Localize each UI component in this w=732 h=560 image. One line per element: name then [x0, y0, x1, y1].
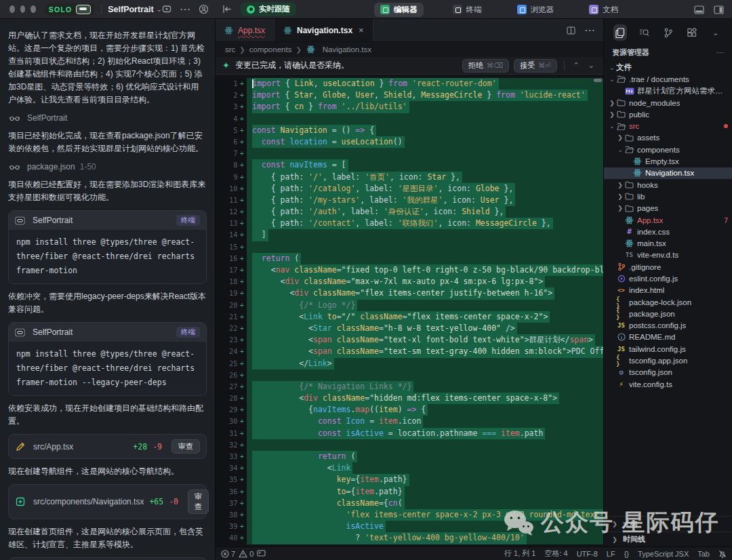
chevron-down-icon[interactable]: ⌄ — [608, 123, 616, 129]
tree-item-Empty.tsx[interactable]: Empty.tsx — [604, 155, 732, 167]
layout-bottom-panel-icon[interactable] — [694, 5, 704, 14]
outline-section[interactable]: ❯ 大纲 — [604, 517, 732, 532]
workspace-tab-文档[interactable]: 文档 — [583, 3, 624, 17]
tree-item-src[interactable]: ⌄src — [604, 120, 732, 132]
files-icon[interactable] — [613, 24, 627, 41]
chevron-right-icon[interactable]: ❯ — [616, 193, 624, 200]
tree-item-Navigation.tsx[interactable]: Navigation.tsx — [604, 167, 732, 179]
file-change-card[interactable]: src/components/Navigation.tsx+65-0审查 — [8, 484, 207, 519]
workspace-tab-浏览器[interactable]: 浏览器 — [511, 3, 561, 17]
tree-item-components[interactable]: ⌄components — [604, 144, 732, 155]
next-change-icon[interactable]: ⌄ — [586, 61, 596, 70]
code-area[interactable]: 1+import { Link, useLocation } from 'rea… — [216, 75, 603, 546]
tree-item-.gitignore[interactable]: .gitignore — [604, 261, 732, 273]
breadcrumb-item[interactable]: components — [249, 45, 292, 54]
tree-item-index.html[interactable]: <>index.html — [604, 285, 732, 296]
tree-item-postcss.config.js[interactable]: JSpostcss.config.js — [604, 320, 732, 332]
more-icon[interactable]: ⋯ — [584, 24, 595, 37]
tree-item-vite.config.ts[interactable]: ⚡vite.config.ts — [604, 378, 732, 390]
warnings-indicator[interactable]: 0 — [239, 550, 253, 558]
chevron-down-icon[interactable]: ⌄ — [616, 146, 624, 153]
chevron-right-icon[interactable]: ❯ — [608, 100, 616, 106]
window-close-button[interactable] — [9, 5, 15, 13]
source-control-icon[interactable] — [661, 24, 674, 41]
file-path: src/App.tsx — [33, 442, 73, 452]
eol-type[interactable]: LF — [607, 550, 615, 558]
tree-item-tailwind.config.js[interactable]: JStailwind.config.js — [604, 343, 732, 355]
solo-mode-toggle[interactable]: SOLO — [45, 3, 94, 16]
tree-item-assets[interactable]: ❯assets — [604, 132, 732, 144]
accept-button[interactable]: 接受⌘⏎ — [514, 59, 556, 73]
chevron-down-icon[interactable]: ⌄ — [709, 24, 723, 41]
tree-item-文件[interactable]: ⌄文件 — [604, 62, 732, 73]
chevron-right-icon[interactable]: ❯ — [608, 111, 616, 118]
indent-mode[interactable]: Tab — [697, 550, 710, 558]
tree-item-vite-env.d.ts[interactable]: TSvite-env.d.ts — [604, 249, 732, 261]
terminal-command[interactable]: npm install three @types/three @react-th… — [9, 230, 206, 283]
tree-item-lib[interactable]: ❯lib — [604, 191, 732, 202]
search-icon[interactable] — [637, 24, 651, 41]
cursor-position[interactable]: 行 1, 列 1 — [504, 548, 535, 559]
chevron-down-icon[interactable]: ⌄ — [608, 76, 616, 83]
window-minimize-button[interactable] — [20, 5, 26, 13]
realtime-follow-badge[interactable]: 实时跟随 — [241, 2, 296, 16]
tree-item-README.md[interactable]: README.md — [604, 332, 732, 343]
review-button[interactable]: 审查 — [171, 439, 200, 454]
tree-item-index.css[interactable]: #index.css — [604, 226, 732, 237]
diff-added-marker: + — [240, 534, 244, 542]
file-change-card[interactable]: src/App.tsx+28-9审查 — [8, 434, 207, 459]
scrollbar-thumb[interactable] — [594, 79, 602, 82]
layout-right-panel-icon[interactable] — [714, 5, 724, 14]
review-button[interactable]: 审查 — [188, 489, 209, 514]
breadcrumb-item[interactable]: src — [225, 45, 235, 54]
close-icon[interactable]: × — [359, 25, 364, 35]
window-zoom-button[interactable] — [30, 5, 36, 13]
diff-added-marker: + — [240, 452, 244, 460]
tree-item-群星计划官方网站需求文档.md[interactable]: 群星计划官方网站需求文档.md — [604, 85, 732, 97]
chevron-down-icon[interactable]: ⌄ — [608, 64, 616, 71]
indentation-setting[interactable]: 空格: 4 — [544, 548, 567, 559]
breadcrumb-item[interactable]: Navigation.tsx — [323, 45, 371, 54]
file-reference[interactable]: SelfPortrait — [8, 113, 207, 123]
new-chat-icon[interactable] — [162, 5, 171, 14]
tree-item-package-lock.json[interactable]: { }package-lock.json — [604, 296, 732, 308]
errors-indicator[interactable]: 7 — [221, 550, 235, 558]
tree-item-hooks[interactable]: ❯hooks — [604, 179, 732, 191]
terminal-command[interactable]: npm install three @types/three @react-th… — [9, 342, 206, 395]
prev-change-icon[interactable]: ⌃ — [571, 61, 582, 70]
braces-indicator[interactable]: {} — [624, 550, 629, 558]
language-mode[interactable]: TypeScript JSX — [638, 550, 689, 558]
reject-button[interactable]: 拒绝⌘⌫ — [462, 59, 509, 73]
account-icon[interactable] — [199, 4, 209, 14]
workspace-tab-终端[interactable]: 终端 — [447, 3, 488, 17]
tree-item-tsconfig.app.json[interactable]: { }tsconfig.app.json — [604, 355, 732, 366]
chevron-down-icon[interactable]: ⌄ — [157, 5, 162, 13]
file-reference[interactable]: package.json1-50 — [8, 161, 207, 172]
chevron-right-icon[interactable]: ❯ — [616, 182, 624, 188]
chevron-right-icon[interactable]: ❯ — [616, 134, 624, 141]
split-editor-icon[interactable] — [567, 26, 575, 35]
workspace-tab-编辑器[interactable]: 编辑器 — [374, 3, 424, 17]
file-change-card[interactable]: src/pages/Home.tsx — [8, 557, 207, 560]
tree-item-eslint.config.js[interactable]: eslint.config.js — [604, 273, 732, 284]
tree-item-package.json[interactable]: { }package.json — [604, 308, 732, 319]
tree-item-.trae / documents[interactable]: ⌄.trae / documents — [604, 73, 732, 85]
project-name[interactable]: SelfPortrait — [108, 5, 153, 14]
tree-item-pages[interactable]: ❯pages — [604, 203, 732, 214]
extensions-icon[interactable] — [685, 24, 699, 41]
more-icon[interactable]: ⋯ — [180, 3, 190, 16]
collapse-sidebar-icon[interactable] — [222, 5, 232, 14]
editor-tab-App.tsx[interactable]: App.tsx — [216, 19, 274, 41]
more-icon[interactable]: ⋯ — [716, 48, 724, 57]
tree-item-node_modules[interactable]: ❯node_modules — [604, 97, 732, 108]
tree-item-main.tsx[interactable]: main.tsx — [604, 237, 732, 249]
tree-item-App.tsx[interactable]: App.tsx7 — [604, 214, 732, 226]
tree-item-public[interactable]: ❯public — [604, 108, 732, 120]
timeline-section[interactable]: ❯ 时间线 — [604, 532, 732, 546]
ports-icon[interactable] — [257, 550, 266, 557]
tree-item-tsconfig.json[interactable]: ⚙tsconfig.json — [604, 367, 732, 378]
bell-muted-icon[interactable] — [718, 550, 727, 558]
chevron-right-icon[interactable]: ❯ — [616, 205, 624, 212]
editor-tab-Navigation.tsx[interactable]: Navigation.tsx× — [274, 19, 373, 41]
encoding[interactable]: UTF-8 — [577, 550, 598, 558]
